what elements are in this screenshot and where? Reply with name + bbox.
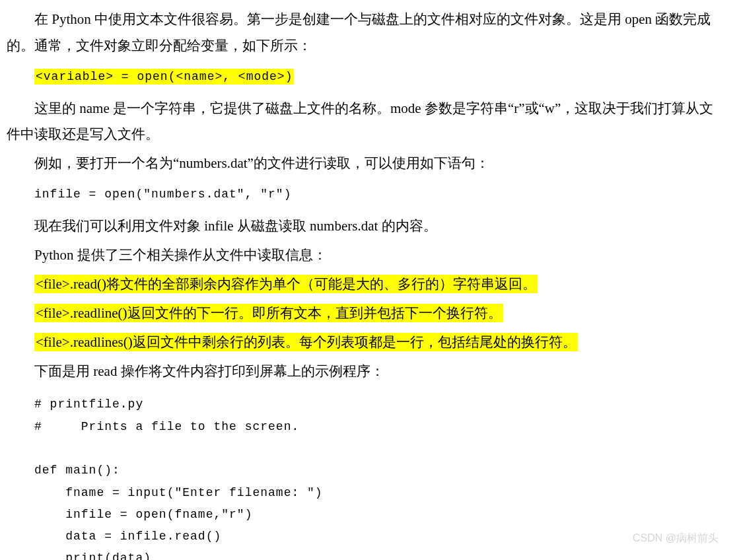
code-printfile: # printfile.py # Prints a file to the sc… bbox=[0, 394, 717, 560]
highlighted-code: <variable> = open(<name>, <mode>) bbox=[34, 69, 294, 85]
watermark: CSDN @病树前头 bbox=[633, 528, 719, 548]
document-content: 在 Python 中使用文本文件很容易。第一步是创建一个与磁盘上的文件相对应的文… bbox=[0, 7, 737, 560]
paragraph-example-intro: 例如，要打开一个名为“numbers.dat”的文件进行读取，可以使用如下语句： bbox=[0, 151, 717, 177]
code-open-syntax: <variable> = open(<name>, <mode>) bbox=[0, 67, 717, 87]
highlight-read: <file>.read()将文件的全部剩余内容作为单个（可能是大的、多行的）字符… bbox=[0, 271, 717, 298]
paragraph-intro: 在 Python 中使用文本文件很容易。第一步是创建一个与磁盘上的文件相对应的文… bbox=[0, 7, 717, 59]
highlight-readlines: <file>.readlines()返回文件中剩余行的列表。每个列表项都是一行，… bbox=[0, 330, 717, 356]
paragraph-name-mode: 这里的 name 是一个字符串，它提供了磁盘上文件的名称。mode 参数是字符串… bbox=[0, 96, 717, 149]
paragraph-three-ops: Python 提供了三个相关操作从文件中读取信息： bbox=[0, 242, 717, 269]
highlight-readline: <file>.readline()返回文件的下一行。即所有文本，直到并包括下一个… bbox=[0, 300, 717, 327]
paragraph-infile: 现在我们可以利用文件对象 infile 从磁盘读取 numbers.dat 的内… bbox=[0, 213, 717, 240]
code-open-example: infile = open("numbers.dat", "r") bbox=[0, 185, 717, 204]
paragraph-example-program: 下面是用 read 操作将文件内容打印到屏幕上的示例程序： bbox=[0, 359, 717, 385]
